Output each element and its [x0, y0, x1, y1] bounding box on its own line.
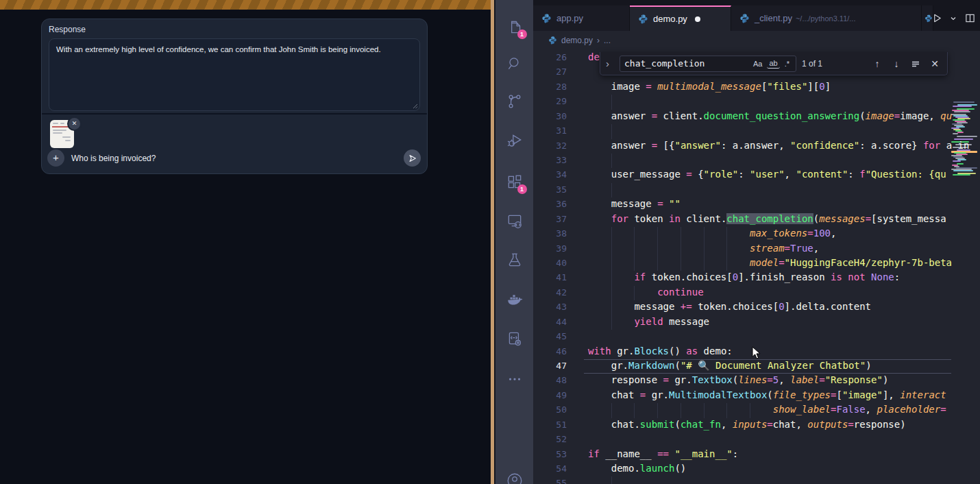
code-text[interactable]: message += token.choices[0].delta.conten…	[588, 301, 871, 312]
code-text[interactable]: yield message	[588, 316, 709, 327]
code-line[interactable]: 40 model="HuggingFaceH4/zephyr-7b-beta	[533, 256, 980, 271]
find-expand-chevron-icon[interactable]: ›	[606, 58, 614, 69]
code-line[interactable]: 41 if token.choices[0].finish_reason is …	[533, 271, 980, 285]
code-line[interactable]: 55	[533, 476, 980, 484]
line-number[interactable]: 31	[533, 125, 567, 136]
line-number[interactable]: 27	[533, 66, 567, 77]
tab-app-py[interactable]: app.py	[533, 5, 630, 31]
breadcrumb[interactable]: demo.py › ...	[533, 31, 980, 49]
line-number[interactable]: 44	[533, 317, 567, 327]
code-text[interactable]: message = ""	[588, 198, 681, 209]
breadcrumb-file[interactable]: demo.py	[561, 36, 593, 45]
line-number[interactable]: 50	[533, 404, 567, 415]
code-line[interactable]: 53if __name__ == "__main__":	[533, 448, 980, 462]
code-line[interactable]: 34 user_message = {"role": "user", "cont…	[533, 168, 980, 182]
line-number[interactable]: 34	[533, 169, 567, 180]
code-line[interactable]: 38 max_tokens=100,	[533, 227, 980, 241]
extensions-icon[interactable]: 1	[506, 173, 524, 191]
code-line[interactable]: 28 image = multimodal_message["files"][0…	[533, 80, 980, 95]
search-icon[interactable]	[506, 55, 524, 73]
remote-explorer-icon[interactable]	[506, 212, 524, 230]
line-number[interactable]: 48	[533, 375, 567, 385]
line-number[interactable]: 30	[533, 111, 567, 121]
code-line[interactable]: 33	[533, 154, 980, 168]
regex-toggle[interactable]: .*	[783, 59, 792, 69]
container-tools-icon[interactable]	[506, 330, 524, 348]
match-case-toggle[interactable]: Aa	[751, 59, 764, 69]
tab-client-py[interactable]: _client.py ~/.../python3.11/...	[731, 5, 922, 31]
code-text[interactable]: stream=True,	[588, 243, 819, 254]
code-line[interactable]: 31	[533, 124, 980, 138]
line-number[interactable]: 41	[533, 272, 567, 282]
code-text[interactable]: continue	[588, 287, 704, 298]
line-number[interactable]: 52	[533, 434, 567, 444]
split-editor-button[interactable]	[962, 11, 977, 26]
modified-dot-icon[interactable]	[695, 16, 700, 22]
add-file-button[interactable]: +	[47, 149, 64, 167]
more-views-icon[interactable]	[506, 370, 524, 388]
code-text[interactable]: chat = gr.MultimodalTextbox(file_types=[…	[588, 389, 946, 400]
code-text[interactable]: for token in client.chat_completion(mess…	[588, 213, 946, 224]
code-line[interactable]: 35	[533, 183, 980, 197]
code-text[interactable]: image = multimodal_message["files"][0]	[588, 81, 831, 92]
response-textbox[interactable]: With an extremely high level of confiden…	[49, 38, 420, 111]
line-number[interactable]: 38	[533, 228, 567, 239]
code-line[interactable]: 44 yield message	[533, 315, 980, 330]
line-number[interactable]: 37	[533, 214, 567, 224]
line-number[interactable]: 55	[533, 478, 567, 484]
line-number[interactable]: 36	[533, 199, 567, 209]
code-text[interactable]: answer = client.document_question_answer…	[588, 110, 952, 121]
explorer-icon[interactable]: 1	[506, 19, 524, 36]
code-text[interactable]: with gr.Blocks() as demo:	[588, 346, 733, 356]
line-number[interactable]: 28	[533, 82, 567, 92]
code-line[interactable]: 43 message += token.choices[0].delta.con…	[533, 300, 980, 315]
code-line[interactable]: 42 continue	[533, 286, 980, 300]
find-in-selection-button[interactable]	[909, 57, 922, 71]
code-text[interactable]: demo.launch()	[588, 463, 686, 474]
line-number[interactable]: 43	[533, 302, 567, 312]
code-text[interactable]: gr.Markdown("# 🔍 Document Analyzer Chatb…	[588, 360, 872, 371]
code-text[interactable]: show_label=False, placeholder=	[588, 404, 946, 415]
code-text[interactable]: model="HuggingFaceH4/zephyr-7b-beta	[588, 257, 952, 268]
line-number[interactable]: 45	[533, 331, 567, 341]
line-number[interactable]: 29	[533, 96, 567, 106]
line-number[interactable]: 49	[533, 390, 567, 400]
code-line[interactable]: 45	[533, 330, 980, 344]
line-number[interactable]: 33	[533, 155, 567, 165]
line-number[interactable]: 39	[533, 243, 567, 254]
code-text[interactable]: chat.submit(chat_fn, inputs=chat, output…	[588, 419, 906, 430]
code-text[interactable]: user_message = {"role": "user", "content…	[588, 169, 946, 180]
source-control-icon[interactable]	[506, 93, 524, 110]
code-line[interactable]: 32 answer = [{"answer": a.answer, "confi…	[533, 139, 980, 154]
testing-flask-icon[interactable]	[506, 251, 524, 269]
find-next-button[interactable]: ↓	[890, 57, 903, 71]
line-number[interactable]: 35	[533, 184, 567, 195]
code-text[interactable]: if __name__ == "__main__":	[588, 448, 738, 459]
line-number[interactable]: 42	[533, 287, 567, 298]
line-number[interactable]: 47	[533, 361, 567, 371]
find-previous-button[interactable]: ↑	[870, 57, 884, 71]
code-line[interactable]: 48 response = gr.Textbox(lines=5, label=…	[533, 374, 980, 388]
tab-demo-py[interactable]: demo.py	[630, 5, 731, 31]
code-line[interactable]: 29	[533, 95, 980, 109]
remove-attachment-button[interactable]: ✕	[67, 117, 82, 131]
code-text[interactable]: answer = [{"answer": a.answer, "confiden…	[588, 140, 969, 151]
code-text[interactable]: max_tokens=100,	[588, 228, 836, 239]
code-line[interactable]: 54 demo.launch()	[533, 462, 980, 476]
pane-divider-sash[interactable]	[491, 0, 495, 484]
run-dropdown-button[interactable]	[948, 11, 958, 26]
code-line[interactable]: 52	[533, 433, 980, 447]
code-line[interactable]: 47 gr.Markdown("# 🔍 Document Analyzer Ch…	[533, 359, 980, 374]
code-editor[interactable]: 26def chat_fn(multimodal_message):2728 i…	[533, 49, 980, 484]
docker-icon[interactable]	[506, 291, 524, 308]
code-line[interactable]: 49 chat = gr.MultimodalTextbox(file_type…	[533, 389, 980, 403]
code-line[interactable]: 30 answer = client.document_question_ans…	[533, 110, 980, 124]
code-line[interactable]: 51 chat.submit(chat_fn, inputs=chat, out…	[533, 418, 980, 433]
run-debug-icon[interactable]	[506, 132, 524, 149]
line-number[interactable]: 40	[533, 258, 567, 268]
line-number[interactable]: 46	[533, 346, 567, 356]
line-number[interactable]: 26	[533, 52, 567, 62]
find-close-button[interactable]: ✕	[928, 57, 942, 71]
code-line[interactable]: 46with gr.Blocks() as demo:	[533, 345, 980, 359]
line-number[interactable]: 51	[533, 420, 567, 430]
